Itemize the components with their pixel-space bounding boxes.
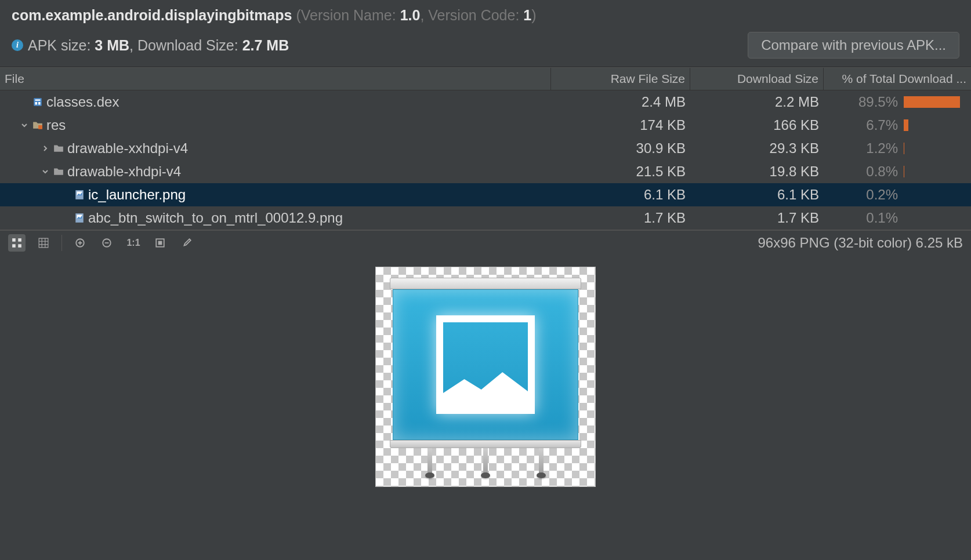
table-row[interactable]: res174 KB166 KB6.7% <box>0 114 971 137</box>
folder-icon <box>53 166 64 177</box>
toolbar-separator <box>61 235 62 251</box>
file-name: classes.dex <box>46 94 119 110</box>
svg-rect-2 <box>38 102 40 105</box>
chevron-down-icon[interactable] <box>41 168 50 175</box>
download-pct: 0.2% <box>824 183 971 206</box>
file-name: drawable-xxhdpi-v4 <box>67 140 188 157</box>
grid-icon[interactable] <box>35 234 52 252</box>
download-size: 6.1 KB <box>690 183 824 206</box>
preview-image <box>390 278 581 474</box>
svg-rect-11 <box>12 244 16 248</box>
svg-rect-9 <box>12 238 16 242</box>
apk-size-info: i APK size: 3 MB, Download Size: 2.7 MB <box>12 37 289 54</box>
png-icon <box>74 213 85 223</box>
version-name: 1.0 <box>400 7 421 23</box>
preview-info: 96x96 PNG (32-bit color) 6.25 kB <box>758 235 963 251</box>
table-row[interactable]: ic_launcher.png6.1 KB6.1 KB0.2% <box>0 183 971 206</box>
svg-rect-1 <box>35 102 37 105</box>
fit-zoom-icon[interactable] <box>151 234 169 252</box>
download-pct: 6.7% <box>824 114 971 136</box>
zoom-in-icon[interactable] <box>71 234 89 252</box>
table-row[interactable]: drawable-xxhdpi-v430.9 KB29.3 KB1.2% <box>0 137 971 160</box>
svg-rect-10 <box>18 238 21 242</box>
download-size: 166 KB <box>690 114 824 136</box>
svg-rect-0 <box>34 98 42 106</box>
preview-area <box>0 255 971 557</box>
preview-checkerboard <box>375 267 596 487</box>
download-size: 29.3 KB <box>690 137 824 159</box>
raw-size: 30.9 KB <box>551 137 690 159</box>
file-name: abc_btn_switch_to_on_mtrl_00012.9.png <box>88 210 343 226</box>
svg-rect-16 <box>158 241 162 245</box>
preview-toolbar: 1:1 96x96 PNG (32-bit color) 6.25 kB <box>0 230 971 255</box>
color-picker-icon[interactable] <box>178 234 195 252</box>
column-pct[interactable]: % of Total Download ... <box>824 68 971 90</box>
download-size-label: Download Size: <box>137 37 238 53</box>
folder-icon <box>53 143 64 154</box>
title-line: com.example.android.displayingbitmaps (V… <box>12 7 959 24</box>
apk-header: com.example.android.displayingbitmaps (V… <box>0 0 971 67</box>
version-name-label: Version Name: <box>301 7 396 23</box>
download-size: 2.7 MB <box>242 37 289 53</box>
table-row[interactable]: drawable-xhdpi-v421.5 KB19.8 KB0.8% <box>0 160 971 183</box>
info-icon[interactable]: i <box>12 39 23 51</box>
fit-to-window-icon[interactable] <box>8 234 26 252</box>
file-table-header: File Raw File Size Download Size % of To… <box>0 67 971 90</box>
version-code-label: Version Code: <box>428 7 519 23</box>
svg-rect-12 <box>18 244 21 248</box>
apk-size-label: APK size: <box>28 37 90 53</box>
chevron-right-icon[interactable] <box>41 145 50 152</box>
version-code: 1 <box>523 7 531 23</box>
download-size: 2.2 MB <box>690 90 824 113</box>
file-table-body: classes.dex2.4 MB2.2 MB89.5%res174 KB166… <box>0 90 971 230</box>
file-name: ic_launcher.png <box>88 187 186 203</box>
package-name: com.example.android.displayingbitmaps <box>12 7 292 23</box>
file-name: drawable-xhdpi-v4 <box>67 163 181 180</box>
actual-size-icon[interactable]: 1:1 <box>125 234 142 252</box>
column-download-size[interactable]: Download Size <box>690 68 824 90</box>
zoom-out-icon[interactable] <box>98 234 115 252</box>
apk-size: 3 MB <box>95 37 129 53</box>
raw-size: 21.5 KB <box>551 160 690 183</box>
file-name: res <box>46 117 66 133</box>
raw-size: 2.4 MB <box>551 90 690 113</box>
download-pct: 1.2% <box>824 137 971 159</box>
table-row[interactable]: classes.dex2.4 MB2.2 MB89.5% <box>0 90 971 114</box>
download-size: 19.8 KB <box>690 160 824 183</box>
folder-res-icon <box>32 120 43 130</box>
png-icon <box>74 190 85 200</box>
chevron-down-icon[interactable] <box>20 122 29 129</box>
raw-size: 174 KB <box>551 114 690 136</box>
download-pct: 0.8% <box>824 160 971 183</box>
dex-icon <box>32 97 43 107</box>
table-row[interactable]: abc_btn_switch_to_on_mtrl_00012.9.png1.7… <box>0 206 971 230</box>
download-pct: 89.5% <box>824 90 971 113</box>
column-raw-size[interactable]: Raw File Size <box>551 68 690 90</box>
raw-size: 1.7 KB <box>551 206 690 229</box>
download-size: 1.7 KB <box>690 206 824 229</box>
svg-rect-3 <box>35 99 41 100</box>
compare-apk-button[interactable]: Compare with previous APK... <box>748 32 959 59</box>
download-pct: 0.1% <box>824 206 971 229</box>
svg-rect-4 <box>38 125 42 129</box>
column-file[interactable]: File <box>0 68 551 90</box>
raw-size: 6.1 KB <box>551 183 690 206</box>
